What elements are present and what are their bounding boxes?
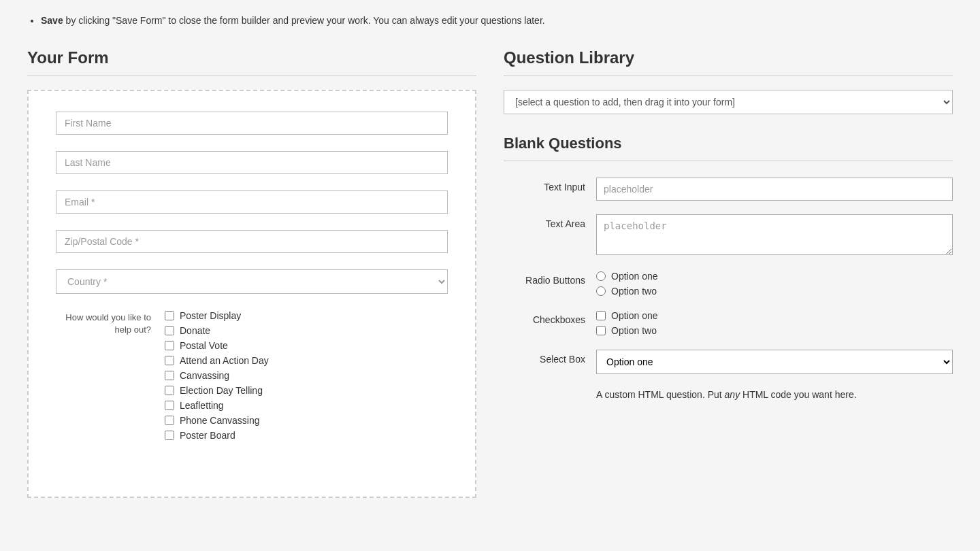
radio-buttons-row: Radio Buttons Option one Option two: [504, 271, 953, 297]
page-container: Save by clicking "Save Form" to close th…: [0, 0, 980, 512]
checkboxes-lib-control: Option one Option two: [596, 310, 953, 336]
radio-option-two: Option two: [596, 286, 953, 297]
checkbox-poster-board[interactable]: [165, 431, 174, 440]
select-box-field[interactable]: Option one Option two: [596, 350, 953, 374]
select-box-label: Select Box: [504, 350, 585, 365]
your-form-section: Your Form: [27, 48, 476, 498]
custom-html-row: A custom HTML question. Put any HTML cod…: [504, 388, 953, 402]
last-name-field: [56, 151, 448, 174]
help-checkboxes-group: How would you like to help out? Poster D…: [56, 310, 448, 441]
question-library-divider: [504, 76, 953, 76]
email-field: [56, 190, 448, 214]
checkbox-label-poster-board: Poster Board: [180, 430, 235, 441]
custom-html-after: HTML code you want here.: [740, 389, 856, 400]
checkboxes-lib-label: Checkboxes: [504, 310, 585, 325]
checkbox-lib-option-one: Option one: [596, 310, 953, 321]
checkbox-lib-option-two: Option two: [596, 325, 953, 336]
text-input-control: [596, 178, 953, 201]
checkbox-leafletting[interactable]: [165, 401, 174, 410]
checkbox-item-poster-display: Poster Display: [165, 310, 269, 321]
custom-html-text: A custom HTML question. Put any HTML cod…: [596, 388, 953, 402]
text-area-control: [596, 214, 953, 257]
zip-field: [56, 230, 448, 253]
first-name-field: [56, 112, 448, 135]
last-name-input[interactable]: [56, 151, 448, 174]
radio-one-label: Option one: [611, 271, 658, 282]
checkbox-donate[interactable]: [165, 326, 174, 335]
checkbox-canvassing[interactable]: [165, 371, 174, 380]
checkbox-action-day[interactable]: [165, 356, 174, 365]
radio-two-input[interactable]: [596, 286, 606, 296]
save-bold: Save: [41, 15, 63, 26]
zip-input[interactable]: [56, 230, 448, 253]
custom-html-control: A custom HTML question. Put any HTML cod…: [596, 388, 953, 402]
text-area-label: Text Area: [504, 214, 585, 229]
checkbox-item-canvassing: Canvassing: [165, 370, 269, 381]
custom-html-italic: any: [725, 389, 740, 400]
blank-questions-divider: [504, 161, 953, 161]
country-select[interactable]: Country *: [56, 269, 448, 294]
text-area-field[interactable]: [596, 214, 953, 255]
checkbox-item-phone-canvassing: Phone Canvassing: [165, 415, 269, 426]
country-field: Country *: [56, 269, 448, 294]
text-input-field[interactable]: [596, 178, 953, 201]
help-checkboxes-options: Poster Display Donate Postal Vote: [165, 310, 269, 441]
checkbox-label-canvassing: Canvassing: [180, 370, 229, 381]
checkbox-options-lib: Option one Option two: [596, 310, 953, 336]
checkbox-label-donate: Donate: [180, 325, 210, 336]
your-form-divider: [27, 76, 476, 76]
checkbox-label-postal-vote: Postal Vote: [180, 340, 228, 351]
checkbox-postal-vote[interactable]: [165, 341, 174, 350]
checkbox-lib-two-label: Option two: [611, 325, 657, 336]
intro-text: Save by clicking "Save Form" to close th…: [27, 14, 953, 28]
save-rest: by clicking "Save Form" to close the for…: [66, 15, 545, 26]
radio-option-one: Option one: [596, 271, 953, 282]
checkbox-phone-canvassing[interactable]: [165, 416, 174, 425]
help-checkboxes-label: How would you like to help out?: [56, 310, 151, 441]
email-input[interactable]: [56, 190, 448, 214]
question-library-section: Question Library [select a question to a…: [504, 48, 953, 416]
checkboxes-row: Checkboxes Option one Option two: [504, 310, 953, 336]
main-layout: Your Form: [27, 48, 953, 498]
checkbox-label-phone-canvassing: Phone Canvassing: [180, 415, 260, 426]
checkbox-label-election-day: Election Day Telling: [180, 385, 263, 396]
checkbox-label-poster-display: Poster Display: [180, 310, 241, 321]
radio-one-input[interactable]: [596, 271, 606, 281]
custom-html-label: [504, 388, 585, 392]
select-box-control-wrapper: Option one Option two: [596, 350, 953, 374]
checkbox-item-election-day: Election Day Telling: [165, 385, 269, 396]
question-library-title: Question Library: [504, 48, 953, 67]
select-box-row: Select Box Option one Option two: [504, 350, 953, 374]
radio-two-label: Option two: [611, 286, 657, 297]
your-form-title: Your Form: [27, 48, 476, 67]
checkbox-label-action-day: Attend an Action Day: [180, 355, 269, 366]
radio-buttons-control: Option one Option two: [596, 271, 953, 297]
checkbox-label-leafletting: Leafletting: [180, 400, 224, 411]
text-input-label: Text Input: [504, 178, 585, 193]
custom-html-before: A custom HTML question. Put: [596, 389, 725, 400]
checkbox-item-postal-vote: Postal Vote: [165, 340, 269, 351]
form-canvas: Country * How would you like to help out…: [27, 90, 476, 498]
checkbox-item-leafletting: Leafletting: [165, 400, 269, 411]
text-input-row: Text Input: [504, 178, 953, 201]
radio-options: Option one Option two: [596, 271, 953, 297]
checkbox-lib-two-input[interactable]: [596, 326, 606, 335]
checkbox-election-day[interactable]: [165, 386, 174, 395]
checkbox-item-donate: Donate: [165, 325, 269, 336]
radio-buttons-label: Radio Buttons: [504, 271, 585, 286]
checkbox-lib-one-label: Option one: [611, 310, 658, 321]
blank-questions-title: Blank Questions: [504, 135, 953, 152]
checkbox-item-action-day: Attend an Action Day: [165, 355, 269, 366]
first-name-input[interactable]: [56, 112, 448, 135]
text-area-row: Text Area: [504, 214, 953, 257]
checkbox-item-poster-board: Poster Board: [165, 430, 269, 441]
library-dropdown[interactable]: [select a question to add, then drag it …: [504, 90, 953, 114]
checkbox-poster-display[interactable]: [165, 311, 174, 320]
checkbox-lib-one-input[interactable]: [596, 311, 606, 320]
